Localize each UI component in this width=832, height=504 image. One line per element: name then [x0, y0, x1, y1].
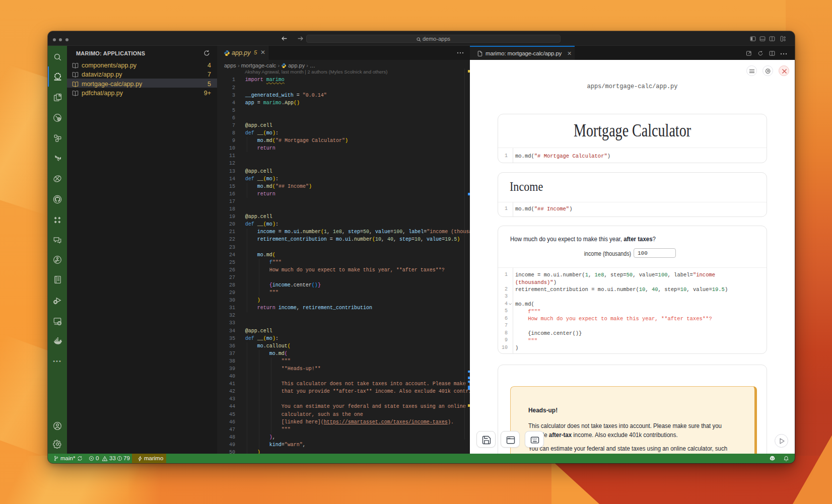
svg-text:JS: JS — [58, 322, 61, 324]
